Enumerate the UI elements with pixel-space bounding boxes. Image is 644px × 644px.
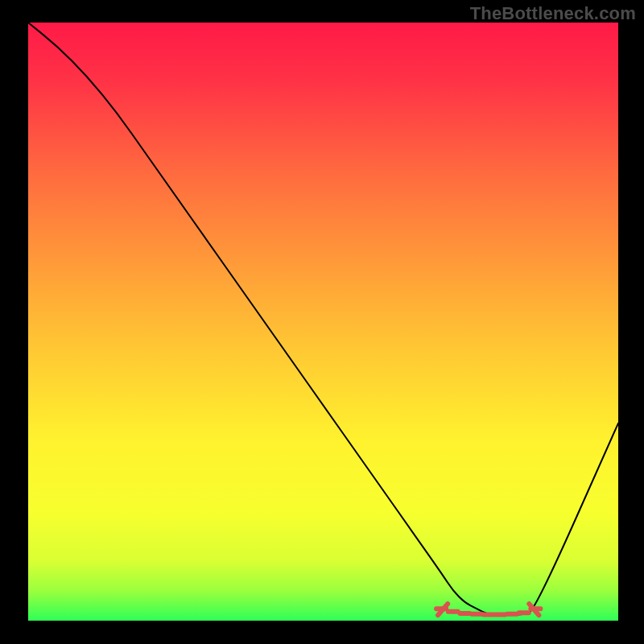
chart-container: TheBottleneck.com [0, 0, 644, 644]
chart-svg [0, 0, 644, 644]
watermark-text: TheBottleneck.com [470, 3, 636, 24]
